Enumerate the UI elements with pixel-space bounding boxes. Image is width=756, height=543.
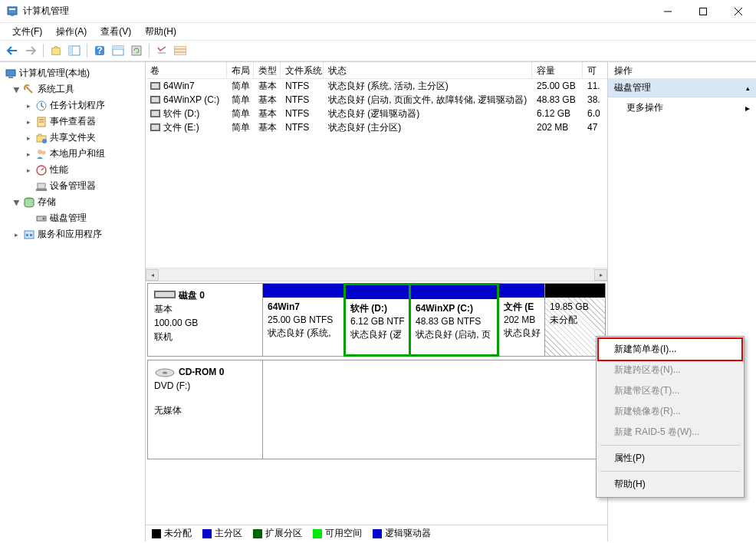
volume-row[interactable]: 文件 (E:) 简单 基本 NTFS 状态良好 (主分区) 202 MB 47 bbox=[146, 120, 607, 134]
volume-status: 状态良好 (逻辑驱动器) bbox=[324, 107, 532, 121]
tree-shared-folders[interactable]: ▸ 共享文件夹 bbox=[2, 130, 143, 146]
tree-services-apps[interactable]: ▸ 服务和应用程序 bbox=[2, 226, 143, 242]
col-type[interactable]: 类型 bbox=[254, 62, 281, 78]
tree-task-scheduler[interactable]: ▸ 任务计划程序 bbox=[2, 97, 143, 114]
actions-more[interactable]: 更多操作 ▸ bbox=[608, 97, 756, 118]
partition-color-bar bbox=[499, 284, 544, 298]
detail-view-button[interactable] bbox=[173, 43, 188, 58]
ctx-new-simple-volume[interactable]: 新建简单卷(I)... bbox=[597, 337, 743, 361]
performance-icon bbox=[35, 164, 48, 176]
volume-row[interactable]: 64Win7 简单 基本 NTFS 状态良好 (系统, 活动, 主分区) 25.… bbox=[146, 79, 607, 93]
volume-status: 状态良好 (系统, 活动, 主分区) bbox=[324, 79, 532, 94]
col-free[interactable]: 可 bbox=[583, 62, 606, 78]
context-menu-separator bbox=[600, 445, 740, 446]
expander-icon[interactable]: ▸ bbox=[25, 150, 33, 158]
ctx-properties[interactable]: 属性(P) bbox=[599, 448, 741, 469]
up-button[interactable] bbox=[48, 43, 64, 58]
svg-rect-7 bbox=[52, 48, 61, 55]
menu-action[interactable]: 操作(A) bbox=[50, 24, 93, 40]
volume-free: 38. bbox=[583, 94, 606, 106]
col-status[interactable]: 状态 bbox=[324, 62, 532, 78]
tree-local-users[interactable]: ▸ 本地用户和组 bbox=[2, 146, 143, 162]
col-layout[interactable]: 布局 bbox=[227, 62, 254, 78]
close-button[interactable] bbox=[721, 0, 756, 23]
horizontal-scrollbar[interactable]: ◂ ▸ bbox=[146, 268, 607, 281]
col-volume[interactable]: 卷 bbox=[146, 62, 227, 78]
partition-status: 未分配 bbox=[550, 314, 600, 327]
volume-layout: 简单 bbox=[227, 107, 254, 121]
disk-type: 基本 bbox=[154, 302, 256, 316]
ctx-help[interactable]: 帮助(H) bbox=[599, 474, 741, 495]
volume-free: 11. bbox=[583, 80, 606, 92]
main-pane: 卷 布局 类型 文件系统 状态 容量 可 64Win7 简单 基本 NTFS 状… bbox=[146, 62, 608, 541]
partition-d[interactable]: 软件 (D:) 6.12 GB NTF 状态良好 (逻 bbox=[343, 283, 411, 357]
ctx-new-spanned-volume: 新建跨区卷(N)... bbox=[599, 360, 741, 380]
expander-icon[interactable]: ▸ bbox=[25, 133, 33, 142]
volume-fs: NTFS bbox=[281, 107, 324, 120]
minimize-button[interactable] bbox=[650, 0, 685, 23]
partition-e[interactable]: 文件 (E 202 MB 状态良好 bbox=[499, 284, 545, 356]
tree-root[interactable]: 计算机管理(本地) bbox=[2, 65, 143, 81]
menu-file[interactable]: 文件(F) bbox=[6, 24, 48, 40]
expander-icon[interactable]: ▸ bbox=[12, 230, 21, 239]
forward-button[interactable] bbox=[23, 43, 38, 58]
tools-icon bbox=[23, 84, 35, 96]
volume-icon bbox=[150, 123, 160, 131]
volume-row[interactable]: 软件 (D:) 简单 基本 NTFS 状态良好 (逻辑驱动器) 6.12 GB … bbox=[146, 107, 607, 120]
actions-section-disk-management[interactable]: 磁盘管理 ▴ bbox=[608, 79, 756, 97]
partition-size: 48.83 GB NTFS bbox=[416, 315, 492, 328]
disk-0-label[interactable]: 磁盘 0 基本 100.00 GB 联机 bbox=[148, 284, 263, 356]
scroll-left-button[interactable]: ◂ bbox=[146, 269, 159, 281]
disk-0-row: 磁盘 0 基本 100.00 GB 联机 64Win7 25.00 GB NTF… bbox=[147, 283, 606, 357]
col-fs[interactable]: 文件系统 bbox=[281, 62, 324, 78]
tree-system-tools[interactable]: ⯆ 系统工具 bbox=[2, 81, 143, 97]
tree-disk-management[interactable]: ▸ 磁盘管理 bbox=[2, 210, 143, 226]
svg-rect-0 bbox=[8, 7, 17, 15]
list-view-button[interactable] bbox=[154, 43, 169, 58]
volume-fs: NTFS bbox=[281, 80, 324, 92]
svg-point-28 bbox=[42, 139, 47, 143]
tree-event-viewer[interactable]: ▸ 事件查看器 bbox=[2, 114, 143, 130]
partition-c[interactable]: 64WinXP (C:) 48.83 GB NTFS 状态良好 (启动, 页 bbox=[409, 283, 499, 357]
toolbar-separator bbox=[43, 44, 44, 58]
expander-icon[interactable]: ⯆ bbox=[12, 85, 21, 94]
tree-performance[interactable]: ▸ 性能 bbox=[2, 162, 143, 178]
volume-free: 47 bbox=[583, 121, 606, 133]
expander-icon[interactable]: ▸ bbox=[25, 101, 33, 110]
col-capacity[interactable]: 容量 bbox=[532, 62, 583, 78]
menu-view[interactable]: 查看(V) bbox=[94, 24, 137, 40]
volume-capacity: 202 MB bbox=[532, 121, 583, 133]
tree-storage[interactable]: ⯆ 存储 bbox=[2, 194, 143, 210]
svg-rect-16 bbox=[132, 46, 141, 55]
show-hide-tree-button[interactable] bbox=[67, 43, 82, 58]
refresh-button[interactable] bbox=[129, 43, 144, 58]
tree-label: 设备管理器 bbox=[50, 179, 96, 193]
expander-icon[interactable]: ⯆ bbox=[12, 198, 21, 206]
expander-icon[interactable]: ▸ bbox=[25, 117, 33, 126]
tree-device-manager[interactable]: ▸ 设备管理器 bbox=[2, 178, 143, 194]
expander-icon[interactable]: ▸ bbox=[25, 166, 33, 174]
chevron-right-icon: ▸ bbox=[745, 103, 750, 114]
volume-list: 卷 布局 类型 文件系统 状态 容量 可 64Win7 简单 基本 NTFS 状… bbox=[146, 62, 607, 281]
svg-text:?: ? bbox=[97, 45, 102, 56]
partition-64win7[interactable]: 64Win7 25.00 GB NTFS 状态良好 (系统, bbox=[263, 284, 344, 356]
titlebar: 计算机管理 bbox=[0, 0, 756, 23]
svg-rect-40 bbox=[30, 234, 32, 236]
disk-0-partitions: 64Win7 25.00 GB NTFS 状态良好 (系统, 软件 (D:) 6… bbox=[263, 284, 605, 356]
scroll-right-button[interactable]: ▸ bbox=[594, 269, 607, 281]
volume-type: 基本 bbox=[254, 107, 281, 121]
menu-help[interactable]: 帮助(H) bbox=[139, 24, 182, 40]
help-button[interactable]: ? bbox=[92, 43, 107, 58]
cdrom-label[interactable]: CD-ROM 0 DVD (F:) 无媒体 bbox=[148, 360, 263, 459]
volume-row[interactable]: 64WinXP (C:) 简单 基本 NTFS 状态良好 (启动, 页面文件, … bbox=[146, 93, 607, 107]
partition-color-bar bbox=[411, 285, 497, 299]
window-controls bbox=[650, 0, 756, 23]
maximize-button[interactable] bbox=[685, 0, 721, 23]
tree-label: 任务计划程序 bbox=[50, 99, 105, 112]
svg-rect-15 bbox=[113, 46, 123, 49]
volume-capacity: 25.00 GB bbox=[532, 80, 583, 92]
partition-size: 25.00 GB NTFS bbox=[268, 314, 339, 327]
toolbar: ? bbox=[0, 40, 756, 61]
properties-button[interactable] bbox=[110, 43, 126, 58]
back-button[interactable] bbox=[5, 43, 20, 58]
